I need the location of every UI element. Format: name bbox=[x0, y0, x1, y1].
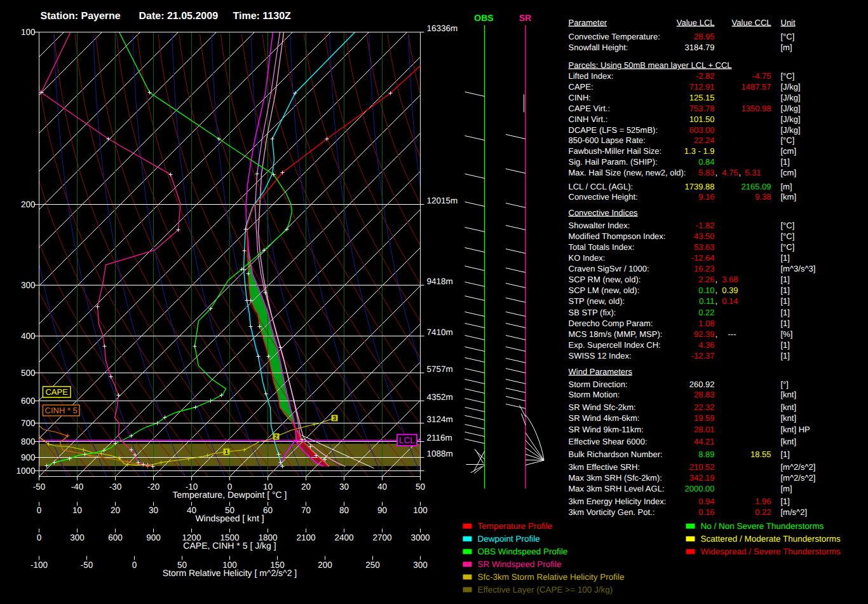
svg-text:4352m: 4352m bbox=[427, 392, 453, 402]
svg-text:0.10: 0.10 bbox=[698, 285, 714, 295]
svg-text:3124m: 3124m bbox=[427, 415, 453, 424]
svg-text:,: , bbox=[739, 168, 742, 177]
svg-text:2100: 2100 bbox=[296, 533, 315, 542]
svg-text:3000: 3000 bbox=[410, 533, 430, 542]
svg-text:300: 300 bbox=[70, 533, 85, 542]
svg-text:0.22: 0.22 bbox=[698, 308, 714, 317]
svg-text:16.23: 16.23 bbox=[694, 264, 715, 273]
svg-text:[m]: [m] bbox=[781, 182, 792, 191]
svg-text:Wind Parameters: Wind Parameters bbox=[569, 367, 633, 376]
svg-text:SR Windspeed Profile: SR Windspeed Profile bbox=[478, 559, 562, 569]
svg-text:0.11: 0.11 bbox=[699, 296, 714, 306]
svg-text:Effective Layer (CAPE >= 100 J: Effective Layer (CAPE >= 100 J/kg) bbox=[478, 585, 613, 594]
svg-text:[m^3/s^3]: [m^3/s^3] bbox=[781, 264, 816, 273]
svg-text:SB STP (fix):: SB STP (fix): bbox=[569, 308, 616, 317]
svg-text:No / Non Severe Thunderstorms: No / Non Severe Thunderstorms bbox=[701, 521, 824, 531]
svg-text:603.00: 603.00 bbox=[689, 125, 715, 135]
svg-text:Dewpoint Profile: Dewpoint Profile bbox=[478, 534, 540, 544]
svg-text:[J/kg]: [J/kg] bbox=[781, 114, 801, 124]
svg-text:CAPE Virt.:: CAPE Virt.: bbox=[569, 104, 611, 113]
svg-text:SR Wind 9km-11km:: SR Wind 9km-11km: bbox=[569, 425, 644, 434]
svg-text:[1]: [1] bbox=[781, 285, 790, 295]
svg-text:1.3 - 1.9: 1.3 - 1.9 bbox=[684, 146, 715, 156]
svg-text:400: 400 bbox=[21, 331, 36, 341]
svg-text:Value CCL: Value CCL bbox=[732, 18, 771, 27]
svg-text:[1]: [1] bbox=[781, 253, 790, 263]
svg-text:CINH * 5: CINH * 5 bbox=[45, 406, 78, 415]
svg-text:Storm Direction:: Storm Direction: bbox=[569, 380, 628, 389]
svg-text:[1]: [1] bbox=[781, 275, 790, 284]
svg-text:1: 1 bbox=[225, 449, 229, 456]
svg-text:Modified Thompson Index:: Modified Thompson Index: bbox=[569, 231, 666, 241]
svg-text:800: 800 bbox=[21, 437, 36, 446]
svg-text:200: 200 bbox=[318, 560, 332, 570]
svg-text:[1]: [1] bbox=[781, 319, 790, 328]
svg-text:[1]: [1] bbox=[781, 340, 790, 350]
svg-text:Fawbush-Miller Hail Size:: Fawbush-Miller Hail Size: bbox=[569, 146, 662, 156]
svg-text:[J/kg]: [J/kg] bbox=[781, 125, 801, 135]
svg-text:18.55: 18.55 bbox=[750, 450, 771, 459]
svg-text:,: , bbox=[715, 329, 718, 339]
svg-text:Windspeed [ knt ]: Windspeed [ knt ] bbox=[195, 513, 264, 523]
svg-text:90: 90 bbox=[377, 505, 387, 515]
svg-text:300: 300 bbox=[21, 280, 36, 290]
svg-text:-2.82: -2.82 bbox=[696, 71, 715, 81]
svg-text:Storm Motion:: Storm Motion: bbox=[569, 390, 620, 399]
svg-text:Parcels: Using 50mB mean layer: Parcels: Using 50mB mean layer LCL + CCL bbox=[569, 60, 732, 70]
svg-text:12015m: 12015m bbox=[427, 196, 458, 205]
svg-text:SR Wind 4km-6km:: SR Wind 4km-6km: bbox=[569, 413, 640, 423]
svg-text:1000: 1000 bbox=[16, 466, 35, 476]
svg-text:1487.57: 1487.57 bbox=[742, 82, 771, 92]
svg-text:[knt]: [knt] bbox=[781, 437, 797, 446]
svg-text:100: 100 bbox=[413, 505, 428, 515]
svg-text:900: 900 bbox=[21, 453, 36, 462]
svg-text:[°C]: [°C] bbox=[781, 221, 795, 230]
svg-text:CAPE:: CAPE: bbox=[569, 82, 593, 92]
svg-text:[1]: [1] bbox=[781, 497, 790, 506]
svg-text:Craven SigSvr / 1000:: Craven SigSvr / 1000: bbox=[569, 264, 649, 273]
svg-text:Sfc-3km Storm Relative Helicit: Sfc-3km Storm Relative Helicity Profile bbox=[478, 572, 625, 582]
svg-text:[°C]: [°C] bbox=[781, 242, 795, 252]
svg-text:-50: -50 bbox=[81, 560, 93, 570]
svg-text:4.36: 4.36 bbox=[698, 340, 714, 350]
svg-text:342.19: 342.19 bbox=[689, 473, 715, 483]
svg-text:[°C]: [°C] bbox=[781, 71, 795, 81]
svg-text:0.22: 0.22 bbox=[755, 507, 771, 517]
svg-text:DCAPE (LFS = 525mB):: DCAPE (LFS = 525mB): bbox=[569, 125, 658, 135]
svg-text:44.21: 44.21 bbox=[694, 437, 715, 446]
svg-text:20: 20 bbox=[111, 505, 120, 515]
svg-text:0.94: 0.94 bbox=[698, 497, 714, 506]
svg-text:0.84: 0.84 bbox=[698, 157, 714, 167]
svg-text:OBS Windspeed Profile: OBS Windspeed Profile bbox=[478, 547, 568, 556]
svg-text:5.31: 5.31 bbox=[745, 168, 761, 177]
svg-text:Exp. Supercell Index CH:: Exp. Supercell Index CH: bbox=[569, 340, 661, 350]
svg-text:Max. Hail Size (new, new2, old: Max. Hail Size (new, new2, old): bbox=[569, 168, 686, 177]
svg-text:712.91: 712.91 bbox=[689, 82, 715, 92]
svg-text:2400: 2400 bbox=[334, 533, 353, 542]
svg-text:3km Energy Helicity Index:: 3km Energy Helicity Index: bbox=[569, 497, 667, 506]
svg-text:0: 0 bbox=[37, 533, 42, 542]
svg-text:0.14: 0.14 bbox=[722, 296, 738, 306]
svg-text:Value LCL: Value LCL bbox=[677, 18, 715, 27]
svg-text:[m/s^2]: [m/s^2] bbox=[781, 507, 808, 517]
svg-text:-12.64: -12.64 bbox=[691, 253, 715, 263]
svg-text:30: 30 bbox=[339, 482, 349, 491]
svg-text:9418m: 9418m bbox=[427, 277, 453, 286]
svg-text:Time: 1130Z: Time: 1130Z bbox=[233, 11, 292, 22]
svg-text:-40: -40 bbox=[71, 482, 84, 491]
svg-text:Max 3km SRH Level AGL:: Max 3km SRH Level AGL: bbox=[569, 484, 665, 493]
svg-text:[knt]: [knt] bbox=[781, 390, 797, 399]
svg-text:1.96: 1.96 bbox=[755, 497, 771, 506]
svg-text:Temperature, Dewpoint [ °C ]: Temperature, Dewpoint [ °C ] bbox=[173, 490, 287, 500]
svg-text:40: 40 bbox=[377, 482, 387, 491]
svg-text:22.32: 22.32 bbox=[694, 402, 715, 412]
svg-text:753.78: 753.78 bbox=[689, 104, 715, 113]
svg-text:8.89: 8.89 bbox=[698, 450, 714, 459]
svg-text:Lifted Index:: Lifted Index: bbox=[569, 71, 614, 81]
svg-text:210.52: 210.52 bbox=[689, 462, 715, 472]
svg-text:0.39: 0.39 bbox=[722, 285, 738, 295]
svg-text:100: 100 bbox=[21, 27, 36, 37]
svg-text:53.63: 53.63 bbox=[694, 242, 715, 252]
svg-text:[J/kg]: [J/kg] bbox=[781, 82, 801, 92]
svg-text:200: 200 bbox=[21, 200, 36, 209]
